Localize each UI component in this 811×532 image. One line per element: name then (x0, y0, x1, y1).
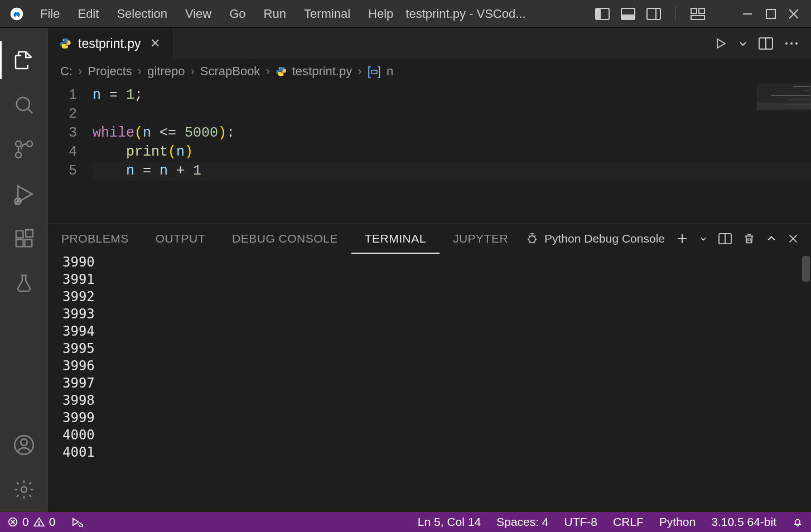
split-terminal-icon[interactable] (718, 233, 732, 244)
new-terminal-more-icon[interactable] (699, 235, 707, 243)
menu-terminal[interactable]: Terminal (295, 0, 359, 28)
svg-point-30 (66, 46, 67, 47)
menu-help[interactable]: Help (359, 0, 402, 28)
code-lines[interactable]: n = 1;while(n <= 5000): print(n) n = n +… (93, 86, 811, 181)
menu-go[interactable]: Go (220, 0, 254, 28)
svg-point-18 (16, 141, 21, 147)
activity-extensions[interactable] (0, 216, 48, 261)
svg-line-47 (534, 242, 535, 243)
editor-tab-bar: testprint.py ✕ (48, 28, 811, 59)
status-indentation[interactable]: Spaces: 4 (489, 515, 556, 529)
window-title: testprint.py - VSCod... (406, 7, 525, 21)
window-minimize-icon[interactable] (741, 7, 754, 21)
status-interpreter[interactable]: 3.10.5 64-bit (703, 515, 784, 529)
status-language[interactable]: Python (651, 515, 703, 529)
menu-run[interactable]: Run (255, 0, 295, 28)
maximize-panel-icon[interactable] (766, 235, 776, 243)
svg-point-28 (21, 487, 27, 492)
menu-file[interactable]: File (31, 0, 69, 28)
svg-point-27 (21, 439, 27, 446)
window-close-icon[interactable] (788, 8, 800, 20)
svg-rect-8 (699, 8, 704, 13)
svg-point-38 (282, 74, 283, 75)
panel-tab-bar: PROBLEMS OUTPUT DEBUG CONSOLE TERMINAL J… (48, 224, 811, 254)
title-bar: File Edit Selection View Go Run Terminal… (0, 0, 811, 28)
activity-run-debug[interactable] (0, 172, 48, 216)
svg-rect-5 (647, 8, 660, 20)
activity-search[interactable] (0, 83, 48, 127)
panel-tab-terminal[interactable]: TERMINAL (351, 224, 440, 254)
status-problems[interactable]: 0 0 (0, 515, 63, 529)
terminal-scrollbar[interactable] (802, 256, 810, 282)
status-notifications[interactable] (784, 516, 811, 528)
editor-tab-label: testprint.py (78, 36, 141, 51)
activity-manage[interactable] (0, 467, 48, 512)
panel-tab-output[interactable]: OUTPUT (142, 224, 219, 254)
status-errors-count: 0 (22, 515, 29, 529)
svg-line-43 (534, 235, 535, 236)
window-maximize-icon[interactable] (765, 8, 776, 20)
toggle-secondary-sidebar-icon[interactable] (646, 8, 661, 20)
toggle-panel-icon[interactable] (621, 8, 635, 20)
svg-point-17 (16, 152, 21, 158)
python-file-icon (59, 37, 71, 50)
breadcrumb-part[interactable]: testprint.py (292, 64, 353, 79)
panel-tab-jupyter[interactable]: JUPYTER (440, 224, 522, 254)
svg-point-14 (17, 98, 30, 110)
panel-tab-debug-console[interactable]: DEBUG CONSOLE (219, 224, 351, 254)
run-file-icon[interactable] (714, 37, 727, 50)
status-eol[interactable]: CRLF (605, 515, 651, 529)
close-panel-icon[interactable] (788, 233, 799, 244)
customize-layout-icon[interactable] (691, 8, 705, 20)
breadcrumb-part[interactable]: gitrepo (147, 64, 185, 79)
svg-point-40 (529, 236, 535, 243)
editor-more-icon[interactable] (784, 41, 799, 46)
svg-point-35 (790, 42, 793, 45)
toggle-primary-sidebar-icon[interactable] (595, 8, 610, 20)
svg-line-15 (28, 109, 32, 113)
svg-rect-25 (26, 230, 33, 237)
svg-rect-7 (691, 8, 697, 13)
terminal-profile[interactable]: Python Debug Console (525, 232, 665, 245)
svg-marker-31 (717, 39, 725, 48)
status-debug-target[interactable] (63, 517, 91, 527)
breadcrumb-part[interactable]: Projects (88, 64, 132, 79)
menu-bar: File Edit Selection View Go Run Terminal… (31, 0, 402, 28)
menu-view[interactable]: View (176, 0, 220, 28)
split-editor-icon[interactable] (759, 37, 773, 50)
terminal-profile-label: Python Debug Console (544, 232, 665, 245)
breadcrumb-part[interactable]: n (387, 64, 393, 79)
status-encoding[interactable]: UTF-8 (557, 515, 606, 529)
kill-terminal-icon[interactable] (743, 233, 755, 245)
new-terminal-icon[interactable] (676, 233, 688, 245)
activity-testing[interactable] (0, 261, 48, 306)
svg-rect-4 (621, 14, 635, 20)
run-file-more-icon[interactable] (738, 39, 747, 48)
menu-selection[interactable]: Selection (108, 0, 176, 28)
svg-point-29 (63, 40, 64, 41)
svg-rect-22 (16, 231, 23, 238)
svg-rect-2 (596, 8, 601, 20)
svg-rect-24 (25, 240, 32, 247)
activity-source-control[interactable] (0, 127, 48, 172)
activity-explorer[interactable] (0, 38, 48, 83)
error-icon (8, 517, 18, 527)
line-number-gutter[interactable]: 12345 (48, 86, 93, 181)
svg-line-46 (529, 242, 530, 243)
editor-tab-testprint[interactable]: testprint.py ✕ (48, 28, 172, 59)
editor-area: testprint.py ✕ C:› Projects› gitrepo› Sc… (48, 28, 811, 512)
code-editor[interactable]: 12345 n = 1;while(n <= 5000): print(n) n… (48, 84, 811, 223)
menu-edit[interactable]: Edit (69, 0, 108, 28)
panel-tab-problems[interactable]: PROBLEMS (48, 224, 142, 254)
breadcrumb-part[interactable]: ScrapBook (200, 64, 260, 79)
svg-rect-11 (766, 9, 775, 18)
activity-accounts[interactable] (0, 423, 48, 467)
status-warnings-count: 0 (49, 515, 56, 529)
breadcrumb-part[interactable]: C: (60, 64, 73, 79)
close-tab-icon[interactable]: ✕ (148, 36, 160, 51)
svg-point-36 (795, 42, 798, 45)
terminal-output[interactable]: 3990399139923993399439953996399739983999… (48, 254, 811, 512)
titlebar-separator (675, 7, 676, 21)
status-cursor-position[interactable]: Ln 5, Col 14 (410, 515, 489, 529)
breadcrumb[interactable]: C:› Projects› gitrepo› ScrapBook› testpr… (48, 59, 811, 84)
